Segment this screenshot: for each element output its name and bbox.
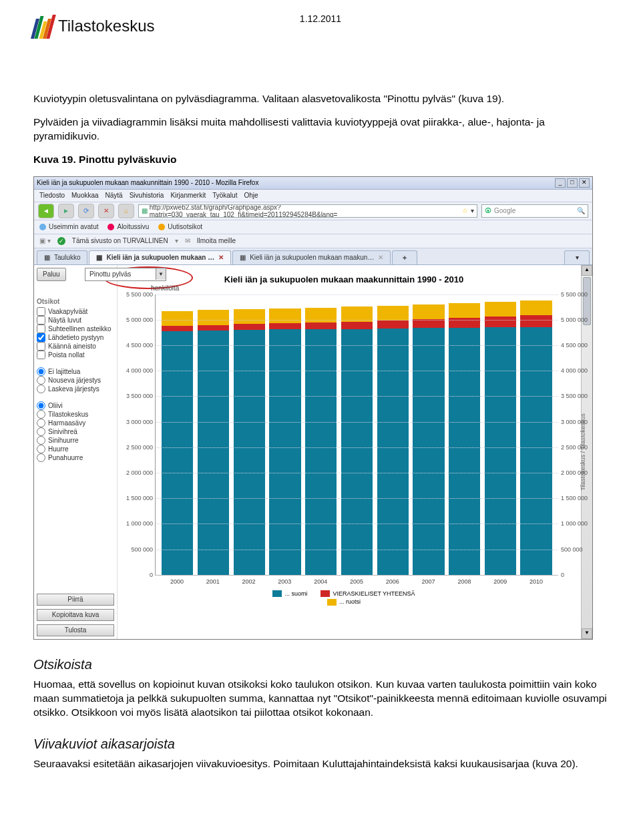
radio-input[interactable] — [37, 453, 45, 462]
bar-column — [162, 294, 193, 575]
tab-chart-active[interactable]: ▦Kieli iän ja sukupuolen mukaan …✕ — [89, 250, 231, 264]
draw-button[interactable]: Piirrä — [37, 594, 114, 606]
sidebar-option[interactable]: Harmaasävy — [37, 419, 114, 427]
checkbox-input[interactable] — [37, 307, 45, 316]
option-label: Sinivihreä — [48, 428, 77, 435]
sidebar-option[interactable]: Näytä luvut — [37, 316, 114, 325]
safe-check-icon: ✓ — [57, 237, 65, 245]
sidebar-option[interactable]: Vaakapylväät — [37, 307, 114, 316]
sidebar-option[interactable]: Käännä aineisto — [37, 342, 114, 351]
search-icon[interactable]: 🔍 — [577, 207, 585, 214]
bookmark-star-icon[interactable]: ☆ — [462, 207, 468, 214]
reload-button[interactable]: ⟳ — [78, 204, 94, 218]
page-date: 1.12.2011 — [300, 13, 341, 24]
option-label: Oliivi — [48, 402, 63, 409]
tab-close-icon[interactable]: ✕ — [218, 254, 224, 261]
url-go-icon[interactable]: ▾ — [471, 207, 474, 214]
radio-input[interactable] — [37, 367, 45, 376]
new-tab-button[interactable]: ＋ — [392, 250, 417, 264]
y-tick-left: 4 500 000 — [118, 342, 153, 349]
tabs-menu-button[interactable]: ▾ — [564, 250, 590, 264]
menu-help[interactable]: Ohje — [244, 192, 258, 199]
back-button[interactable]: ◄ — [38, 204, 54, 218]
stop-button[interactable]: ✕ — [98, 204, 114, 218]
chart-source: Tilastokeskus / Tilastokeskus — [580, 413, 586, 491]
chart-type-dropdown[interactable]: Pinottu pylväs ▼ — [85, 268, 166, 281]
sidebar-option[interactable]: Huurre — [37, 445, 114, 453]
url-field[interactable]: ▦ http://pxweb2.stat.fi/graph/Graphpage.… — [138, 204, 477, 218]
menu-tools[interactable]: Työkalut — [212, 192, 237, 199]
bar-column — [520, 294, 552, 575]
option-label: Näytä luvut — [48, 317, 81, 324]
report-link[interactable]: Ilmoita meille — [197, 237, 236, 244]
sidebar-option[interactable]: Lähdetieto pystyyn — [37, 333, 114, 342]
menu-view[interactable]: Näytä — [105, 192, 123, 199]
sidebar-option[interactable]: Oliivi — [37, 401, 114, 410]
sidebar-option[interactable]: Suhteellinen asteikko — [37, 325, 114, 333]
bar-segment — [377, 321, 409, 329]
copy-image-button[interactable]: Kopioitava kuva — [37, 609, 114, 621]
scroll-up-icon[interactable]: ▲ — [582, 265, 592, 276]
print-button[interactable]: Tulosta — [37, 624, 114, 636]
search-field[interactable]: ⦿ Google 🔍 — [481, 204, 588, 218]
home-button[interactable]: ⌂ — [118, 204, 134, 218]
menu-file[interactable]: Tiedosto — [39, 192, 65, 199]
sidebar-section-otsikot[interactable]: Otsikot — [37, 298, 114, 305]
radio-input[interactable] — [37, 385, 45, 393]
tab-chart-2[interactable]: ▦Kieli iän ja sukupuolen mukaan maakun…✕ — [232, 250, 391, 264]
radio-input[interactable] — [37, 401, 45, 410]
menu-edit[interactable]: Muokkaa — [71, 192, 99, 199]
report-icon[interactable]: ✉ — [185, 237, 190, 244]
option-label: Ei lajittelua — [48, 368, 80, 375]
x-tick: 2008 — [457, 578, 471, 585]
checkbox-input[interactable] — [37, 333, 45, 342]
sidebar-option[interactable]: Tilastokeskus — [37, 410, 114, 419]
bar-segment — [162, 311, 193, 326]
bar-segment — [234, 309, 265, 324]
checkbox-input[interactable] — [37, 351, 45, 359]
after-p2: Seuraavaksi esitetään aikasarjojen viiva… — [33, 757, 608, 771]
chart-plot: 00500 000500 0001 000 0001 000 0001 500 … — [155, 294, 558, 576]
addon-dropdown-icon[interactable]: ▣ ▾ — [39, 237, 51, 244]
radio-input[interactable] — [37, 445, 45, 453]
checkbox-input[interactable] — [37, 325, 45, 333]
sidebar-option[interactable]: Punahuurre — [37, 453, 114, 462]
back-pill-button[interactable]: Paluu — [37, 268, 66, 281]
forward-button[interactable]: ► — [58, 204, 74, 218]
radio-input[interactable] — [37, 376, 45, 385]
option-label: Punahuurre — [48, 454, 83, 461]
tab-favicon-icon: ▦ — [96, 254, 102, 261]
sidebar-option[interactable]: Poista nollat — [37, 351, 114, 359]
y-tick-left: 5 500 000 — [118, 291, 153, 298]
sidebar-option[interactable]: Laskeva järjestys — [37, 385, 114, 393]
minimize-icon[interactable]: _ — [555, 178, 566, 188]
radio-input[interactable] — [37, 427, 45, 436]
sidebar-option[interactable]: Ei lajittelua — [37, 367, 114, 376]
radio-input[interactable] — [37, 419, 45, 427]
safe-dropdown-icon[interactable]: ▾ — [175, 237, 178, 244]
bar-segment — [520, 300, 552, 315]
bookmark-home[interactable]: Aloitussivu — [108, 223, 149, 230]
radio-input[interactable] — [37, 410, 45, 419]
menu-bar: Tiedosto Muokkaa Näytä Sivuhistoria Kirj… — [34, 190, 592, 202]
radio-input[interactable] — [37, 436, 45, 445]
x-tick: 2003 — [278, 578, 291, 585]
bar-segment — [234, 324, 265, 330]
menu-bookmarks[interactable]: Kirjanmerkit — [170, 192, 206, 199]
maximize-icon[interactable]: □ — [567, 178, 578, 188]
bookmark-news[interactable]: Uutisotsikot — [158, 223, 202, 230]
tab-close-icon[interactable]: ✕ — [378, 254, 383, 261]
checkbox-input[interactable] — [37, 316, 45, 325]
checkbox-input[interactable] — [37, 342, 45, 351]
scroll-down-icon[interactable]: ▼ — [582, 628, 592, 639]
y-tick-left: 4 000 000 — [118, 367, 153, 374]
bar-segment — [269, 323, 300, 329]
tab-taulukko[interactable]: ▦Taulukko — [37, 250, 87, 264]
sidebar-option[interactable]: Sinivihreä — [37, 427, 114, 436]
close-icon[interactable]: ✕ — [579, 178, 590, 188]
window-title: Kieli iän ja sukupuolen mukaan maakunnit… — [37, 179, 258, 186]
bar-column — [449, 294, 480, 575]
menu-history[interactable]: Sivuhistoria — [130, 192, 164, 199]
sidebar-option[interactable]: Nouseva järjestys — [37, 376, 114, 385]
sidebar-option[interactable]: Sinihuurre — [37, 436, 114, 445]
